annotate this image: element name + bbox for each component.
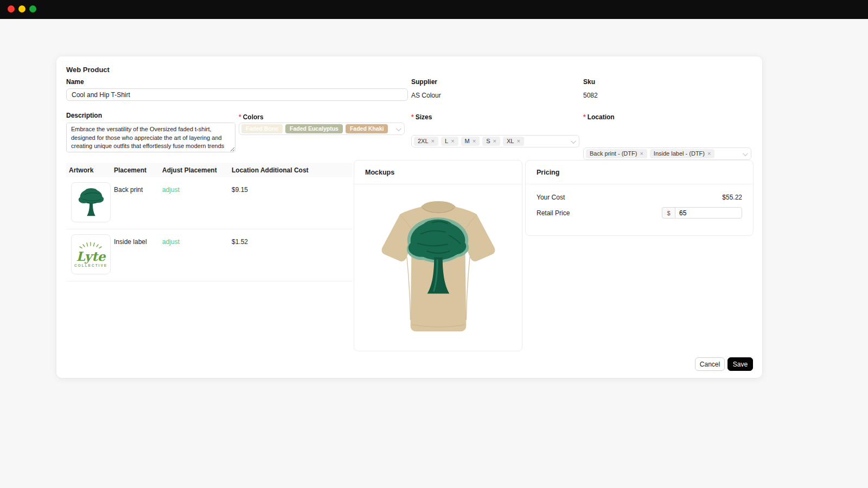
color-tag-faded-bone[interactable]: Faded Bone <box>241 124 283 133</box>
tshirt-mockup-image <box>370 189 507 347</box>
table-row: Lyte COLLECTIVE Inside label adjust $1.5… <box>66 229 353 281</box>
size-tag-label: 2XL <box>418 138 429 144</box>
zoom-window-button[interactable] <box>29 5 36 12</box>
column-header-location-additional-cost: Location Additional Cost <box>232 166 352 174</box>
remove-icon[interactable]: × <box>640 151 643 157</box>
size-tag-label: M <box>465 138 470 144</box>
remove-icon[interactable]: × <box>431 138 435 144</box>
sku-label: Sku <box>583 78 595 86</box>
supplier-value: AS Colour <box>411 92 441 99</box>
mockups-title: Mockups <box>354 160 522 184</box>
column-header-artwork: Artwork <box>66 166 114 174</box>
tree-artwork-thumbnail <box>71 182 111 222</box>
currency-addon: $ <box>662 207 675 219</box>
location-cost-value: $1.52 <box>232 234 352 274</box>
size-tag[interactable]: L× <box>441 137 458 146</box>
size-tag[interactable]: 2XL× <box>414 137 438 146</box>
chevron-down-icon[interactable] <box>396 126 401 131</box>
minimize-window-button[interactable] <box>18 5 25 12</box>
name-input[interactable] <box>66 88 408 101</box>
artwork-table: Artwork Placement Adjust Placement Locat… <box>66 163 353 281</box>
your-cost-label: Your Cost <box>537 194 565 201</box>
size-tag-label: L <box>445 138 448 144</box>
location-tag[interactable]: Inside label - (DTF)× <box>650 149 715 158</box>
placement-value: Inside label <box>114 234 162 274</box>
rays-icon <box>75 241 106 249</box>
description-label: Description <box>66 112 102 119</box>
retail-price-label: Retail Price <box>537 209 570 217</box>
location-tag[interactable]: Back print - (DTF)× <box>586 149 647 158</box>
artwork-table-header: Artwork Placement Adjust Placement Locat… <box>66 163 353 177</box>
sku-value: 5082 <box>583 92 598 99</box>
chevron-down-icon[interactable] <box>743 151 748 156</box>
remove-icon[interactable]: × <box>451 138 454 144</box>
placement-value: Back print <box>114 182 162 222</box>
location-tag-label: Back print - (DTF) <box>590 150 637 157</box>
description-textarea[interactable]: Embrace the versatility of the Oversized… <box>66 123 235 152</box>
remove-icon[interactable]: × <box>493 138 496 144</box>
retail-price-input[interactable] <box>675 207 742 219</box>
remove-icon[interactable]: × <box>473 138 476 144</box>
size-tag-label: S <box>486 138 490 144</box>
adjust-placement-link[interactable]: adjust <box>162 234 180 246</box>
save-button[interactable]: Save <box>727 357 753 371</box>
lyte-collective-logo-thumbnail: Lyte COLLECTIVE <box>71 234 111 274</box>
remove-icon[interactable]: × <box>707 151 711 157</box>
cancel-button[interactable]: Cancel <box>695 357 725 371</box>
size-tag[interactable]: XL× <box>503 137 524 146</box>
tree-artwork-image <box>75 186 107 219</box>
mockups-panel: Mockups <box>354 160 522 351</box>
table-row: Back print adjust $9.15 <box>66 177 353 229</box>
sizes-select[interactable]: 2XL× L× M× S× XL× <box>411 135 579 147</box>
location-cost-value: $9.15 <box>232 182 352 222</box>
color-tag-faded-eucalyptus[interactable]: Faded Eucalyptus <box>285 124 343 133</box>
remove-icon[interactable]: × <box>516 138 520 144</box>
column-header-placement: Placement <box>114 166 162 174</box>
location-required-mark: * <box>583 113 586 121</box>
location-select[interactable]: Back print - (DTF)× Inside label - (DTF)… <box>583 147 751 160</box>
sizes-label: Sizes <box>416 113 432 121</box>
column-header-adjust-placement: Adjust Placement <box>162 166 232 174</box>
colors-label: Colors <box>243 113 264 121</box>
adjust-placement-link[interactable]: adjust <box>162 182 180 194</box>
location-tag-label: Inside label - (DTF) <box>654 150 705 157</box>
colors-select[interactable]: Faded Bone Faded Eucalyptus Faded Khaki <box>239 123 405 135</box>
supplier-label: Supplier <box>411 78 437 86</box>
location-label: Location <box>588 113 615 121</box>
logo-wordmark: Lyte <box>74 251 107 262</box>
pricing-panel: Pricing Your Cost $55.22 Retail Price $ <box>525 160 754 236</box>
size-tag-label: XL <box>507 138 514 144</box>
sizes-required-mark: * <box>411 113 414 121</box>
page-title: Web Product <box>66 66 110 74</box>
size-tag[interactable]: S× <box>482 137 500 146</box>
your-cost-value: $55.22 <box>722 194 742 201</box>
color-tag-faded-khaki[interactable]: Faded Khaki <box>346 124 388 133</box>
web-product-card: Web Product Name Supplier AS Colour Sku … <box>56 56 762 378</box>
pricing-title: Pricing <box>526 160 753 184</box>
colors-required-mark: * <box>239 113 241 121</box>
size-tag[interactable]: M× <box>461 137 480 146</box>
chevron-down-icon[interactable] <box>571 138 576 144</box>
window-titlebar <box>0 0 868 19</box>
logo-subtitle: COLLECTIVE <box>74 264 107 267</box>
close-window-button[interactable] <box>8 5 15 12</box>
name-label: Name <box>66 78 84 86</box>
